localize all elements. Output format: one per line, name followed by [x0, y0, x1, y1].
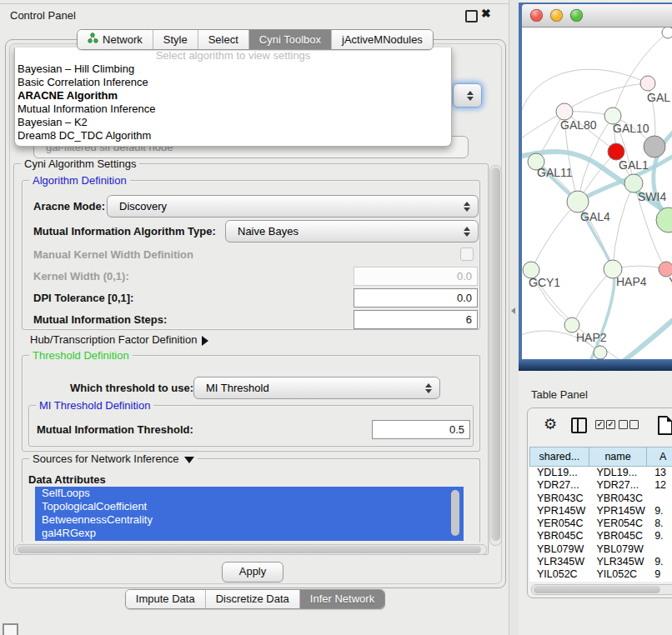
- divider-collapse-handle[interactable]: [511, 308, 515, 314]
- mi-threshold-field[interactable]: 0.5: [372, 420, 470, 439]
- network-window-titlebar[interactable]: [522, 4, 672, 28]
- data-attributes-list: SelfLoopsTopologicalCoefficientBetweenne…: [35, 487, 464, 541]
- tab-cyni-toolbox[interactable]: Cyni Toolbox: [248, 30, 331, 49]
- node-label-hap2: HAP2: [576, 331, 607, 344]
- which-threshold-combo[interactable]: MI Threshold: [193, 377, 440, 399]
- attribute-item-betweennesscentrality[interactable]: BetweennessCentrality: [35, 513, 464, 527]
- minimize-light[interactable]: [550, 9, 563, 22]
- attribute-item-selfloops[interactable]: SelfLoops: [35, 487, 464, 500]
- tab-label: Network: [103, 33, 143, 46]
- kernel-width-field[interactable]: 0.0: [354, 267, 478, 286]
- attribute-item-topologicalcoefficient[interactable]: TopologicalCoefficient: [35, 500, 464, 513]
- algorithm-option-aracne-algorithm[interactable]: ARACNE Algorithm: [15, 89, 451, 102]
- network-edge: [531, 202, 578, 270]
- dpi-tolerance-field[interactable]: 0.0: [354, 288, 478, 308]
- stepper-arrows-icon: [463, 202, 470, 212]
- network-node-botc[interactable]: [594, 346, 607, 359]
- inference-algorithm-combo-stepper[interactable]: [453, 83, 482, 108]
- horizontal-scrollbar-thumb[interactable]: [18, 546, 481, 553]
- column-header-name[interactable]: name: [589, 447, 648, 467]
- manual-kernel-checkbox[interactable]: [460, 248, 474, 261]
- table-cell: 13: [647, 467, 672, 479]
- algorithm-option-bayesian-hill-climbing[interactable]: Bayesian – Hill Climbing: [15, 62, 451, 76]
- table-row[interactable]: YER054CYER054C8.: [529, 518, 672, 530]
- table-cell: 9.: [647, 530, 672, 542]
- unchecked-checkbox-icon[interactable]: [619, 420, 628, 429]
- settings-group-title: Cyni Algorithm Settings: [21, 158, 139, 170]
- table-row[interactable]: YDL19...YDL19...13: [529, 467, 672, 479]
- algorithm-option-dream8-dc-tdc-algorithm[interactable]: Dream8 DC_TDC Algorithm: [15, 129, 451, 142]
- table-row[interactable]: YBL079WYBL079W: [529, 543, 672, 556]
- table-cell: [647, 543, 672, 556]
- tab-discretize-data[interactable]: Discretize Data: [205, 590, 299, 608]
- tab-jactivemnodules[interactable]: jActiveMNodules: [331, 30, 433, 49]
- table-row[interactable]: YLR345WYLR345W9.: [529, 556, 672, 568]
- network-edge: [564, 83, 648, 112]
- zoom-light[interactable]: [570, 9, 583, 22]
- settings-horizontal-scrollbar[interactable]: [15, 544, 487, 555]
- table-row[interactable]: YIL052CYIL052C9: [529, 568, 672, 581]
- attribute-list-scrollbar[interactable]: [451, 490, 459, 536]
- tab-select[interactable]: Select: [198, 30, 248, 49]
- columns-icon[interactable]: [571, 418, 587, 433]
- tab-network[interactable]: Network: [78, 30, 153, 49]
- mi-steps-field[interactable]: 6: [354, 310, 478, 329]
- node-label-y: Y: [669, 275, 672, 288]
- algorithm-option-basic-correlation-inference[interactable]: Basic Correlation Inference: [15, 76, 451, 89]
- tab-label: Discretize Data: [216, 592, 289, 605]
- close-light[interactable]: [530, 9, 543, 22]
- table-row[interactable]: YDR27...YDR27...12: [529, 479, 672, 492]
- tab-infer-network[interactable]: Infer Network: [299, 590, 384, 608]
- close-icon[interactable]: ✖: [481, 7, 491, 20]
- network-node-gal80[interactable]: [556, 103, 573, 120]
- network-view-window: GALGAL80GAL10GAL1GAL11SWI4GAL4GCY1HAP4YH…: [519, 2, 672, 371]
- threshold-definition-title: Threshold Definition: [29, 349, 133, 362]
- table-row[interactable]: YPR145WYPR145W9.: [529, 505, 672, 518]
- table-toolbar: ⚙ ✓ ✓: [528, 417, 672, 438]
- control-panel-tabbar: NetworkStyleSelectCyni ToolboxjActiveMNo…: [0, 29, 510, 50]
- data-attributes-label: Data Attributes: [28, 473, 106, 486]
- sources-title-text: Sources for Network Inference: [33, 452, 179, 465]
- algorithm-option-mutual-information-inference[interactable]: Mutual Information Inference: [15, 102, 451, 116]
- network-node-red[interactable]: [608, 143, 624, 160]
- table-panel: ⚙ ✓ ✓ shared...nameA YDL19...YDL19...13Y…: [527, 408, 672, 598]
- column-header-shared[interactable]: shared...: [529, 447, 589, 467]
- which-threshold-value: MI Threshold: [206, 382, 269, 394]
- tab-style[interactable]: Style: [153, 30, 198, 49]
- document-icon[interactable]: [658, 416, 672, 435]
- table-cell: YIL052C: [589, 568, 647, 581]
- table-cell: 12: [647, 479, 672, 492]
- node-label-gal: GAL: [647, 91, 670, 104]
- attribute-item-gal4rgexp[interactable]: gal4RGexp: [35, 527, 464, 540]
- network-canvas[interactable]: GALGAL80GAL10GAL1GAL11SWI4GAL4GCY1HAP4YH…: [522, 28, 672, 360]
- tab-impute-data[interactable]: Impute Data: [126, 590, 205, 608]
- column-header-a[interactable]: A: [647, 447, 672, 467]
- table-hscroll-thumb[interactable]: [534, 586, 660, 593]
- network-node-gray[interactable]: [644, 136, 665, 158]
- table-horizontal-scrollbar[interactable]: [531, 584, 672, 595]
- table-cell: YBL079W: [589, 543, 647, 556]
- network-node-topc[interactable]: [662, 28, 672, 38]
- vertical-scrollbar-thumb[interactable]: [491, 168, 500, 541]
- hub-definition-toggle[interactable]: Hub/Transcription Factor Definition: [30, 333, 208, 346]
- gear-icon[interactable]: ⚙: [544, 415, 557, 433]
- apply-button[interactable]: Apply: [222, 562, 283, 582]
- network-node-swi4[interactable]: [656, 208, 672, 232]
- network-node-gal[interactable]: [640, 76, 655, 91]
- checked-checkbox-icon[interactable]: ✓: [606, 420, 615, 429]
- settings-vertical-scrollbar[interactable]: [489, 165, 502, 546]
- unchecked-checkbox-icon[interactable]: [629, 420, 639, 429]
- mi-threshold-definition-title: MI Threshold Definition: [36, 399, 153, 412]
- mi-type-combo[interactable]: Naive Bayes: [225, 220, 479, 242]
- cyni-bottom-tabbar: Impute DataDiscretize DataInfer Network: [0, 589, 510, 609]
- aracne-mode-combo[interactable]: Discovery: [107, 195, 479, 218]
- expand-right-icon: [202, 336, 208, 346]
- table-row[interactable]: YBR045CYBR045C9.: [529, 530, 672, 542]
- float-window-icon[interactable]: [465, 10, 478, 22]
- corner-widget[interactable]: [3, 623, 18, 635]
- checked-checkbox-icon[interactable]: ✓: [595, 420, 604, 429]
- table-cell: YBR043C: [529, 492, 589, 505]
- network-edge: [522, 69, 648, 121]
- table-row[interactable]: YBR043CYBR043C: [529, 492, 672, 505]
- algorithm-option-bayesian-k2[interactable]: Bayesian – K2: [15, 116, 451, 129]
